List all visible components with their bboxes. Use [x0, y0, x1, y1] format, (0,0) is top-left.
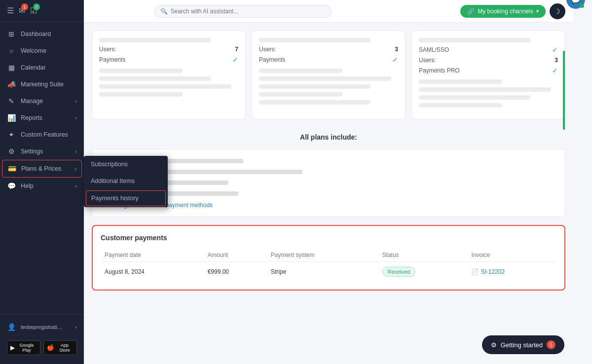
dropdown-item-payments-history[interactable]: Payments history [86, 190, 166, 206]
dropdown-item-subscriptions[interactable]: Subscriptions [84, 156, 168, 173]
sidebar-item-settings[interactable]: ⚙ Settings › [0, 143, 84, 160]
blur-1c [99, 84, 231, 89]
chevron-right-icon: › [75, 99, 77, 104]
invoice-number-1: SI-12202 [481, 268, 505, 275]
payment-row-1: August 8, 2024 €999.00 Stripe Received 📄… [101, 262, 556, 282]
plan-title-blur-1 [99, 38, 211, 42]
plans-cards-row: Users: 7 Payments ✓ Users: 3 [92, 31, 565, 119]
plan-title-blur-3 [419, 38, 530, 42]
plan-payments-pro-label: Payments PRO [419, 67, 460, 74]
billing-row-phone: Phone number [100, 179, 557, 186]
google-play-label: Google Play [16, 343, 37, 353]
getting-started-badge: 5 [547, 340, 555, 349]
payments-table-header: Payment date Amount Payment system Statu… [101, 249, 556, 262]
chevron-right-icon-help: › [75, 183, 77, 189]
sidebar-item-user[interactable]: 👤 testwpregistration06 › [0, 319, 84, 335]
sidebar-label-manage: Manage [21, 98, 43, 105]
plan-payments-row-1: Payments ✓ [99, 56, 238, 64]
blur-2d [259, 92, 342, 97]
blur-1a [99, 69, 183, 73]
settings-icon: ⚙ [7, 147, 16, 155]
sidebar-footer: 👤 testwpregistration06 › ▶ Google Play 🍎… [0, 314, 84, 364]
payment-date-1: August 8, 2024 [101, 262, 204, 282]
accent-bar [563, 51, 565, 130]
customer-payments-section: Customer payments Payment date Amount Pa… [92, 225, 565, 291]
plan-card-1: Users: 7 Payments ✓ [92, 31, 246, 119]
sidebar-item-welcome[interactable]: ○ Welcome [0, 42, 84, 59]
payments-title: Customer payments [101, 234, 556, 242]
blur-2b [259, 76, 391, 81]
dark-mode-button[interactable]: ☽ [550, 3, 565, 19]
plan-payments-label-1: Payments [99, 56, 125, 63]
sidebar-item-dashboard[interactable]: ⊞ Dashboard [0, 26, 84, 42]
plan-users-value-3: 3 [555, 57, 558, 64]
help-icon: 💬 [7, 182, 16, 190]
custom-features-icon: ✦ [7, 131, 16, 139]
sidebar-item-manage[interactable]: ✎ Manage › [0, 93, 84, 109]
sidebar-label-custom-features: Custom Features [21, 131, 68, 138]
sidebar-header: ☰ ✉ 1 ☑ 2 [0, 0, 84, 22]
payment-status-1: Received [378, 262, 468, 282]
google-play-button[interactable]: ▶ Google Play [7, 340, 40, 355]
plan-users-label-3: Users: [419, 57, 436, 64]
plan-title-blur-2 [259, 38, 370, 42]
booking-channels-label: My booking channels [478, 8, 533, 15]
billing-row-address: Billing address [100, 168, 557, 175]
dropdown-label-subscriptions: Subscriptions [91, 161, 128, 168]
billing-row-customer: Customer name [100, 157, 557, 164]
sidebar-label-marketing: Marketing Suite [21, 81, 64, 88]
search-input[interactable] [171, 8, 325, 15]
dropdown-item-additional-items[interactable]: Additional Items [84, 173, 168, 189]
getting-started-button[interactable]: ⚙ Getting started 5 [482, 335, 564, 354]
sidebar-item-reports[interactable]: 📊 Reports › [0, 109, 84, 126]
reports-icon: 📊 [7, 114, 16, 122]
hamburger-icon[interactable]: ☰ [7, 6, 14, 15]
dashboard-icon: ⊞ [7, 30, 16, 38]
billing-row-email: Email [100, 190, 557, 197]
blur-3d [419, 103, 502, 108]
online-indicator [580, 4, 584, 8]
plan-saml-row: SAML/SSO ✓ [419, 46, 558, 54]
all-plans-label: All plans include: [300, 133, 357, 141]
notifications-icon[interactable]: ✉ 1 [19, 6, 25, 15]
user-icon: 👤 [7, 323, 16, 331]
booking-channels-button[interactable]: 🔗 My booking channels ▾ [460, 5, 546, 18]
billing-value-customer [164, 159, 243, 163]
sidebar-label-calendar: Calendar [21, 64, 46, 71]
blur-2e [259, 100, 370, 105]
sidebar-label-dashboard: Dashboard [21, 31, 51, 37]
col-status: Status [378, 249, 468, 262]
header: 🔍 🔗 My booking channels ▾ ☽ [84, 0, 573, 23]
payment-invoice-1: 📄 SI-12202 [467, 262, 556, 282]
sidebar-label-reports: Reports [21, 114, 42, 121]
tasks-badge: 2 [33, 3, 40, 10]
chevron-right-icon-user: › [75, 325, 77, 330]
sidebar-item-plans-prices[interactable]: 💳 Plans & Prices ‹ [2, 160, 82, 178]
chevron-left-icon-plans: ‹ [75, 166, 76, 172]
app-store-button[interactable]: 🍎 App Store [43, 340, 77, 355]
billing-value-email [164, 191, 238, 196]
sidebar-item-calendar[interactable]: ▦ Calendar [0, 59, 84, 76]
chevron-right-icon-settings: › [75, 149, 77, 154]
plan-payments-pro-check: ✓ [552, 67, 558, 74]
blur-3a [419, 79, 502, 84]
sidebar-item-custom-features[interactable]: ✦ Custom Features [0, 126, 84, 143]
sidebar: ☰ ✉ 1 ☑ 2 ⊞ Dashboard ○ Welcome ▦ Calend… [0, 0, 84, 364]
blur-1d [99, 92, 183, 97]
getting-started-label: Getting started [501, 341, 543, 349]
plans-dropdown-menu: Subscriptions Additional Items Payments … [84, 156, 168, 207]
header-right: 🔗 My booking channels ▾ ☽ [460, 3, 565, 19]
invoice-link-1[interactable]: 📄 SI-12202 [471, 268, 553, 275]
search-bar[interactable]: 🔍 [154, 5, 332, 18]
apple-icon: 🍎 [47, 344, 54, 351]
blur-2a [259, 69, 342, 73]
plan-payments-check-2: ✓ [392, 56, 398, 64]
sidebar-item-help[interactable]: 💬 Help › [0, 178, 84, 194]
plan-payments-row-2: Payments ✓ [259, 56, 398, 64]
manage-icon: ✎ [7, 97, 16, 105]
plan-users-row-2: Users: 3 [259, 46, 398, 53]
sidebar-item-marketing[interactable]: 📣 Marketing Suite [0, 76, 84, 93]
tasks-icon[interactable]: ☑ 2 [30, 6, 37, 15]
search-icon: 🔍 [160, 8, 168, 15]
plan-users-label-1: Users: [99, 46, 116, 53]
